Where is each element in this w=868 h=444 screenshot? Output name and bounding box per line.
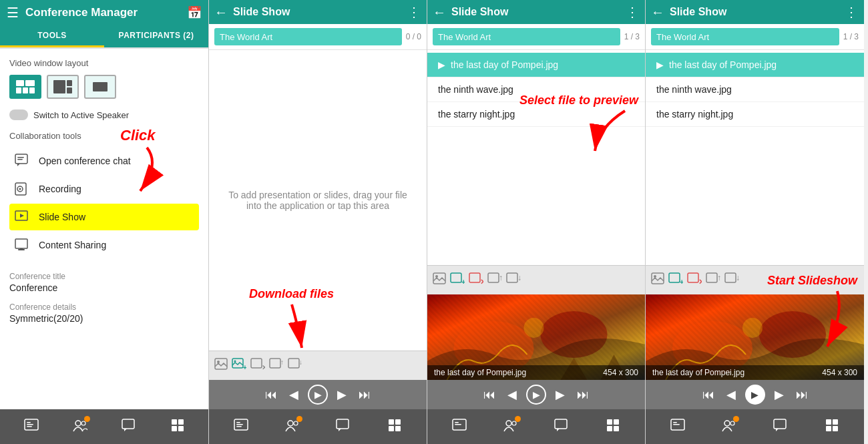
panel4-tool-image-icon[interactable] [651,272,664,288]
panel3-file-pompei[interactable]: ▶ the last day of Pompei.jpg [427,53,645,77]
svg-point-75 [506,421,511,426]
panel3-tool-down-icon[interactable]: ↓ [506,272,521,288]
panel2-footer-contacts[interactable] [234,418,248,436]
panel2-more-icon[interactable]: ⋮ [407,4,421,20]
panel2-tool-image-icon[interactable] [214,358,228,373]
slideshow-label: Slide Show [39,212,85,222]
panel2-ctrl-play[interactable]: ▶ [308,385,328,405]
panel2-tool-down-icon[interactable]: ↓ [288,358,302,373]
panel3-tool-up-icon[interactable]: ↑ [487,272,502,288]
panel3-search-input[interactable] [433,28,620,45]
panel2-body: To add presentation or slides, drag your… [209,50,427,351]
panel4-ctrl-rewind[interactable]: ⏮ [700,385,717,405]
recording-label: Recording [39,184,81,194]
layout-single-btn[interactable] [84,75,116,99]
menu-icon[interactable]: ☰ [7,5,19,21]
svg-rect-86 [669,273,680,282]
svg-rect-23 [27,424,33,425]
panel3-file-wave[interactable]: the ninth wave.jpg [427,77,645,102]
panel4-footer-chat[interactable] [773,418,788,436]
panel3-ctrl-play[interactable]: ▶ [526,385,546,405]
conference-info: Conference title Conference Conference d… [9,272,199,324]
panel2-footer-people[interactable] [285,418,300,436]
panel4-preview-label: the last day of Pompei.jpg 454 x 300 [646,365,864,380]
panel4-footer-people[interactable] [722,418,736,436]
panel3-ctrl-rewind[interactable]: ⏮ [481,385,498,405]
panel3-ctrl-next[interactable]: ▶ [553,385,568,405]
video-layout-label: Video window layout [9,58,199,68]
svg-rect-32 [178,426,184,431]
collab-item-content[interactable]: Content Sharing [9,232,199,258]
panel4-ctrl-next[interactable]: ▶ [772,385,787,405]
panel3-footer-chat[interactable] [554,418,569,436]
active-speaker-toggle[interactable] [9,109,28,120]
collab-item-recording[interactable]: Recording [9,176,199,202]
panel4-file-wave[interactable]: the ninth wave.jpg [646,77,864,102]
layout-grid-btn[interactable] [9,75,41,99]
panel2-ctrl-forward[interactable]: ⏭ [356,385,373,405]
layout-focus-btn[interactable] [47,75,79,99]
panel2-back-icon[interactable]: ← [214,5,228,20]
panel3-tool-add-icon[interactable]: + [450,272,465,288]
svg-rect-5 [53,80,65,93]
panel4-back-icon[interactable]: ← [651,5,664,20]
panel4-more-icon[interactable]: ⋮ [845,4,859,20]
content-label: Content Sharing [39,240,106,250]
panel2-ctrl-prev[interactable]: ◀ [286,385,301,405]
panel2-search-input[interactable] [214,28,402,45]
panel4-file-night[interactable]: the starry night.jpg [646,102,864,127]
svg-rect-10 [17,157,24,158]
collab-item-slideshow[interactable]: Slide Show [9,204,199,230]
tab-participants[interactable]: PARTICIPANTS (2) [104,25,208,47]
panel2-tool-add-icon[interactable]: + [232,358,246,373]
panel4-footer-layout[interactable] [825,418,839,436]
collab-item-chat[interactable]: Open conference chat [9,148,199,174]
panel4-ctrl-forward[interactable]: ⏭ [793,385,811,405]
panel4-tool-remove-icon[interactable]: ✕ [687,272,702,288]
panel3-ctrl-forward[interactable]: ⏭ [574,385,592,405]
left-header: ☰ Conference Manager 📅 [0,0,208,25]
panel3-tool-image-icon[interactable] [433,272,446,288]
panel2-footer [209,409,427,444]
panel4-search-input[interactable] [651,28,839,45]
panel3-footer-contacts[interactable] [452,418,467,436]
panel3-ctrl-prev[interactable]: ◀ [505,385,519,405]
panel3-more-icon[interactable]: ⋮ [626,4,640,20]
panel2-footer-layout[interactable] [387,418,402,436]
footer-chat-icon[interactable] [122,418,136,436]
panel4-tool-up-icon[interactable]: ↑ [706,272,720,288]
calendar-icon[interactable]: 📅 [187,5,202,20]
panel2-tool-up-icon[interactable]: ↑ [269,358,284,373]
panel3-back-icon[interactable]: ← [433,5,446,20]
svg-rect-105 [826,419,831,425]
left-tabs: TOOLS PARTICIPANTS (2) [0,25,208,49]
footer-contacts-icon[interactable] [24,418,39,436]
panel4-footer-contacts[interactable] [670,418,685,436]
svg-point-96 [759,311,826,358]
panel3-wave-name: the ninth wave.jpg [438,84,513,95]
panel3-file-night[interactable]: the starry night.jpg [427,102,645,127]
footer-participants-icon[interactable] [73,418,87,436]
panel2-tool-remove-icon[interactable]: ✕ [250,358,265,373]
panel4-night-name: the starry night.jpg [656,109,733,120]
footer-settings-icon[interactable] [170,418,185,436]
panel4-ctrl-prev[interactable]: ◀ [724,385,738,405]
panel4-tool-down-icon[interactable]: ↓ [724,272,739,288]
conf-details-label: Conference details [9,302,199,312]
panel3-tool-remove-icon[interactable]: ✕ [469,272,483,288]
panel3-footer-people[interactable] [503,418,518,436]
svg-point-70 [541,311,608,358]
panel4-ctrl-play[interactable]: ▶ [745,385,765,405]
svg-rect-31 [172,426,177,431]
panel4-file-pompei[interactable]: ▶ the last day of Pompei.jpg [646,53,864,77]
panel4-tool-add-icon[interactable]: + [668,272,683,288]
panel3-footer-layout[interactable] [606,418,620,436]
panel2-ctrl-rewind[interactable]: ⏮ [262,385,280,405]
panel2-ctrl-next[interactable]: ▶ [335,385,349,405]
panel3-file-list: ▶ the last day of Pompei.jpg the ninth w… [427,50,645,130]
svg-text:↓: ↓ [736,273,739,282]
tab-tools[interactable]: TOOLS [0,25,104,47]
panel2-footer-chat[interactable] [336,418,351,436]
svg-point-97 [742,318,763,338]
svg-rect-74 [455,424,461,425]
